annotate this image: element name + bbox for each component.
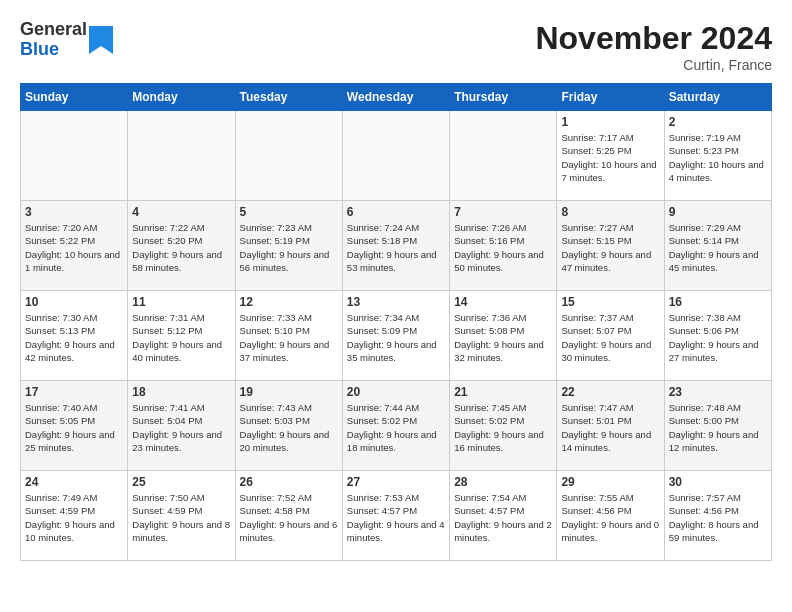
weekday-header-sunday: Sunday bbox=[21, 84, 128, 111]
calendar-cell: 17Sunrise: 7:40 AM Sunset: 5:05 PM Dayli… bbox=[21, 381, 128, 471]
day-info: Sunrise: 7:57 AM Sunset: 4:56 PM Dayligh… bbox=[669, 491, 767, 544]
day-info: Sunrise: 7:37 AM Sunset: 5:07 PM Dayligh… bbox=[561, 311, 659, 364]
day-info: Sunrise: 7:41 AM Sunset: 5:04 PM Dayligh… bbox=[132, 401, 230, 454]
day-number: 10 bbox=[25, 295, 123, 309]
calendar-cell: 2Sunrise: 7:19 AM Sunset: 5:23 PM Daylig… bbox=[664, 111, 771, 201]
calendar-cell: 19Sunrise: 7:43 AM Sunset: 5:03 PM Dayli… bbox=[235, 381, 342, 471]
calendar-cell: 3Sunrise: 7:20 AM Sunset: 5:22 PM Daylig… bbox=[21, 201, 128, 291]
calendar-week-2: 3Sunrise: 7:20 AM Sunset: 5:22 PM Daylig… bbox=[21, 201, 772, 291]
calendar-header: SundayMondayTuesdayWednesdayThursdayFrid… bbox=[21, 84, 772, 111]
day-info: Sunrise: 7:34 AM Sunset: 5:09 PM Dayligh… bbox=[347, 311, 445, 364]
day-number: 29 bbox=[561, 475, 659, 489]
calendar-cell: 8Sunrise: 7:27 AM Sunset: 5:15 PM Daylig… bbox=[557, 201, 664, 291]
calendar-cell bbox=[450, 111, 557, 201]
day-info: Sunrise: 7:43 AM Sunset: 5:03 PM Dayligh… bbox=[240, 401, 338, 454]
day-number: 5 bbox=[240, 205, 338, 219]
day-info: Sunrise: 7:47 AM Sunset: 5:01 PM Dayligh… bbox=[561, 401, 659, 454]
day-number: 25 bbox=[132, 475, 230, 489]
calendar-cell: 30Sunrise: 7:57 AM Sunset: 4:56 PM Dayli… bbox=[664, 471, 771, 561]
logo-icon bbox=[89, 26, 113, 54]
weekday-header-tuesday: Tuesday bbox=[235, 84, 342, 111]
calendar-cell bbox=[235, 111, 342, 201]
calendar-week-5: 24Sunrise: 7:49 AM Sunset: 4:59 PM Dayli… bbox=[21, 471, 772, 561]
day-number: 8 bbox=[561, 205, 659, 219]
calendar-cell: 18Sunrise: 7:41 AM Sunset: 5:04 PM Dayli… bbox=[128, 381, 235, 471]
day-number: 1 bbox=[561, 115, 659, 129]
day-number: 22 bbox=[561, 385, 659, 399]
day-info: Sunrise: 7:36 AM Sunset: 5:08 PM Dayligh… bbox=[454, 311, 552, 364]
calendar-cell: 27Sunrise: 7:53 AM Sunset: 4:57 PM Dayli… bbox=[342, 471, 449, 561]
month-title: November 2024 bbox=[535, 20, 772, 57]
calendar-cell: 22Sunrise: 7:47 AM Sunset: 5:01 PM Dayli… bbox=[557, 381, 664, 471]
calendar-cell bbox=[21, 111, 128, 201]
logo: General Blue bbox=[20, 20, 115, 60]
day-info: Sunrise: 7:52 AM Sunset: 4:58 PM Dayligh… bbox=[240, 491, 338, 544]
calendar-table: SundayMondayTuesdayWednesdayThursdayFrid… bbox=[20, 83, 772, 561]
calendar-week-3: 10Sunrise: 7:30 AM Sunset: 5:13 PM Dayli… bbox=[21, 291, 772, 381]
day-number: 28 bbox=[454, 475, 552, 489]
logo-blue: Blue bbox=[20, 40, 87, 60]
calendar-cell: 9Sunrise: 7:29 AM Sunset: 5:14 PM Daylig… bbox=[664, 201, 771, 291]
calendar-cell: 29Sunrise: 7:55 AM Sunset: 4:56 PM Dayli… bbox=[557, 471, 664, 561]
day-info: Sunrise: 7:49 AM Sunset: 4:59 PM Dayligh… bbox=[25, 491, 123, 544]
day-info: Sunrise: 7:50 AM Sunset: 4:59 PM Dayligh… bbox=[132, 491, 230, 544]
calendar-cell: 14Sunrise: 7:36 AM Sunset: 5:08 PM Dayli… bbox=[450, 291, 557, 381]
day-number: 26 bbox=[240, 475, 338, 489]
day-number: 21 bbox=[454, 385, 552, 399]
day-number: 6 bbox=[347, 205, 445, 219]
day-info: Sunrise: 7:55 AM Sunset: 4:56 PM Dayligh… bbox=[561, 491, 659, 544]
logo-general: General bbox=[20, 20, 87, 40]
calendar-cell: 21Sunrise: 7:45 AM Sunset: 5:02 PM Dayli… bbox=[450, 381, 557, 471]
calendar-cell: 24Sunrise: 7:49 AM Sunset: 4:59 PM Dayli… bbox=[21, 471, 128, 561]
calendar-cell: 28Sunrise: 7:54 AM Sunset: 4:57 PM Dayli… bbox=[450, 471, 557, 561]
day-number: 23 bbox=[669, 385, 767, 399]
day-info: Sunrise: 7:17 AM Sunset: 5:25 PM Dayligh… bbox=[561, 131, 659, 184]
day-info: Sunrise: 7:27 AM Sunset: 5:15 PM Dayligh… bbox=[561, 221, 659, 274]
day-number: 27 bbox=[347, 475, 445, 489]
calendar-cell: 15Sunrise: 7:37 AM Sunset: 5:07 PM Dayli… bbox=[557, 291, 664, 381]
day-number: 12 bbox=[240, 295, 338, 309]
day-info: Sunrise: 7:53 AM Sunset: 4:57 PM Dayligh… bbox=[347, 491, 445, 544]
day-info: Sunrise: 7:54 AM Sunset: 4:57 PM Dayligh… bbox=[454, 491, 552, 544]
day-info: Sunrise: 7:20 AM Sunset: 5:22 PM Dayligh… bbox=[25, 221, 123, 274]
calendar-cell: 7Sunrise: 7:26 AM Sunset: 5:16 PM Daylig… bbox=[450, 201, 557, 291]
day-info: Sunrise: 7:40 AM Sunset: 5:05 PM Dayligh… bbox=[25, 401, 123, 454]
calendar-cell: 4Sunrise: 7:22 AM Sunset: 5:20 PM Daylig… bbox=[128, 201, 235, 291]
day-info: Sunrise: 7:31 AM Sunset: 5:12 PM Dayligh… bbox=[132, 311, 230, 364]
day-info: Sunrise: 7:22 AM Sunset: 5:20 PM Dayligh… bbox=[132, 221, 230, 274]
calendar-cell: 16Sunrise: 7:38 AM Sunset: 5:06 PM Dayli… bbox=[664, 291, 771, 381]
day-number: 15 bbox=[561, 295, 659, 309]
svg-marker-0 bbox=[89, 26, 113, 54]
day-info: Sunrise: 7:29 AM Sunset: 5:14 PM Dayligh… bbox=[669, 221, 767, 274]
day-number: 4 bbox=[132, 205, 230, 219]
day-number: 20 bbox=[347, 385, 445, 399]
calendar-week-4: 17Sunrise: 7:40 AM Sunset: 5:05 PM Dayli… bbox=[21, 381, 772, 471]
calendar-cell: 25Sunrise: 7:50 AM Sunset: 4:59 PM Dayli… bbox=[128, 471, 235, 561]
day-info: Sunrise: 7:48 AM Sunset: 5:00 PM Dayligh… bbox=[669, 401, 767, 454]
day-info: Sunrise: 7:44 AM Sunset: 5:02 PM Dayligh… bbox=[347, 401, 445, 454]
calendar-cell: 6Sunrise: 7:24 AM Sunset: 5:18 PM Daylig… bbox=[342, 201, 449, 291]
day-number: 30 bbox=[669, 475, 767, 489]
day-number: 3 bbox=[25, 205, 123, 219]
day-info: Sunrise: 7:23 AM Sunset: 5:19 PM Dayligh… bbox=[240, 221, 338, 274]
weekday-header-saturday: Saturday bbox=[664, 84, 771, 111]
day-number: 13 bbox=[347, 295, 445, 309]
calendar-cell: 1Sunrise: 7:17 AM Sunset: 5:25 PM Daylig… bbox=[557, 111, 664, 201]
calendar-cell: 10Sunrise: 7:30 AM Sunset: 5:13 PM Dayli… bbox=[21, 291, 128, 381]
day-number: 7 bbox=[454, 205, 552, 219]
day-number: 2 bbox=[669, 115, 767, 129]
day-number: 11 bbox=[132, 295, 230, 309]
calendar-cell bbox=[342, 111, 449, 201]
calendar-cell: 26Sunrise: 7:52 AM Sunset: 4:58 PM Dayli… bbox=[235, 471, 342, 561]
day-number: 9 bbox=[669, 205, 767, 219]
day-number: 24 bbox=[25, 475, 123, 489]
calendar-cell: 13Sunrise: 7:34 AM Sunset: 5:09 PM Dayli… bbox=[342, 291, 449, 381]
day-info: Sunrise: 7:26 AM Sunset: 5:16 PM Dayligh… bbox=[454, 221, 552, 274]
weekday-header-thursday: Thursday bbox=[450, 84, 557, 111]
day-number: 19 bbox=[240, 385, 338, 399]
header-row: SundayMondayTuesdayWednesdayThursdayFrid… bbox=[21, 84, 772, 111]
calendar-week-1: 1Sunrise: 7:17 AM Sunset: 5:25 PM Daylig… bbox=[21, 111, 772, 201]
calendar-body: 1Sunrise: 7:17 AM Sunset: 5:25 PM Daylig… bbox=[21, 111, 772, 561]
title-area: November 2024 Curtin, France bbox=[535, 20, 772, 73]
calendar-cell: 5Sunrise: 7:23 AM Sunset: 5:19 PM Daylig… bbox=[235, 201, 342, 291]
